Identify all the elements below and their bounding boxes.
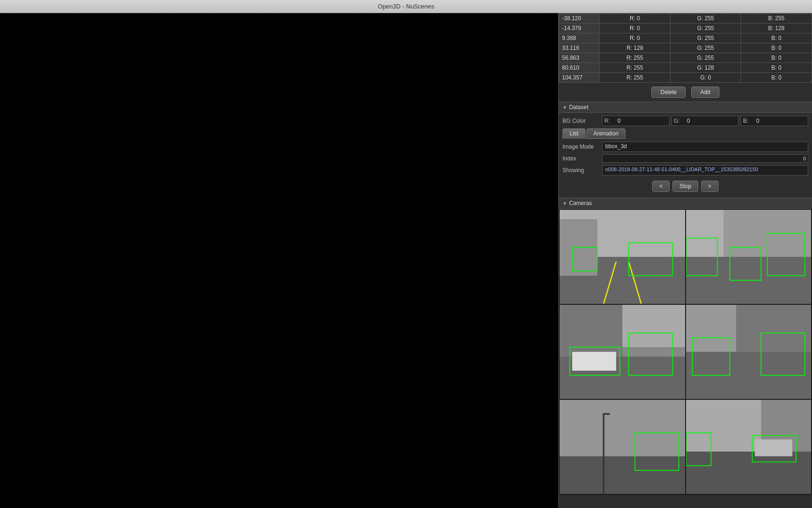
camera-canvas-cam-back-left: [686, 400, 812, 494]
color-value-cell: 9.368: [559, 33, 600, 43]
bg-color-label: BG Color: [562, 118, 600, 124]
color-value-cell: 80.610: [559, 63, 600, 73]
dataset-triangle: ▼: [562, 105, 567, 110]
titlebar: Open3D - NuScenes: [0, 0, 812, 13]
cameras-triangle: ▼: [562, 201, 567, 206]
color-b-cell: B: 0: [741, 53, 812, 63]
color-value-cell: 56.863: [559, 53, 600, 63]
color-b-cell: B: 0: [741, 73, 812, 83]
color-b-cell: B: 0: [741, 43, 812, 53]
bg-r-field[interactable]: R: 0: [602, 116, 670, 126]
color-value-cell: 33.116: [559, 43, 600, 53]
dataset-section: BG Color R: 0 G: 0 B: 0 List Animation: [559, 113, 812, 198]
camera-canvas-cam-front-left: [560, 305, 685, 399]
dataset-label: Dataset: [569, 104, 588, 111]
color-g-cell: G: 255: [670, 43, 741, 53]
camera-canvas-cam-front: [560, 210, 685, 304]
color-table-row: 9.368 R: 0 G: 255 B: 0: [559, 33, 812, 43]
color-value-cell: 104.357: [559, 73, 600, 83]
tab-list[interactable]: List: [562, 128, 586, 139]
bg-g-field[interactable]: G: 0: [671, 116, 739, 126]
camera-view-cam-back-right: [686, 305, 812, 399]
color-r-cell: R: 255: [600, 53, 671, 63]
image-mode-label: Image Mode: [562, 143, 600, 150]
stop-button[interactable]: Stop: [672, 181, 698, 192]
camera-view-cam-front: [560, 210, 685, 304]
index-row: Index 0: [562, 154, 808, 163]
showing-value: n008-2018-08-27-11-48-51-0400__LIDAR_TOP…: [602, 165, 808, 175]
color-r-cell: R: 255: [600, 73, 671, 83]
bg-r-value: 0: [617, 118, 669, 124]
color-g-cell: G: 255: [670, 24, 741, 33]
prev-button[interactable]: <: [652, 181, 670, 192]
cameras-grid: [559, 209, 812, 495]
color-g-cell: G: 128: [670, 63, 741, 73]
camera-canvas-cam-back: [560, 400, 685, 494]
index-slider[interactable]: 0: [602, 154, 808, 163]
camera-view-cam-back: [560, 400, 685, 494]
color-g-cell: G: 255: [670, 53, 741, 63]
color-b-cell: B: 255: [741, 14, 812, 24]
cameras-label: Cameras: [569, 200, 592, 206]
btn-row: Delete Add: [559, 83, 812, 102]
title-text: Open3D - NuScenes: [378, 3, 434, 10]
showing-label: Showing: [562, 167, 600, 174]
dataset-section-header: ▼ Dataset: [559, 102, 812, 113]
color-table-row: 56.863 R: 255 G: 255 B: 0: [559, 53, 812, 63]
index-label: Index: [562, 155, 600, 162]
next-button[interactable]: >: [701, 181, 718, 192]
showing-row: Showing n008-2018-08-27-11-48-51-0400__L…: [562, 165, 808, 175]
3d-viewport[interactable]: [0, 13, 558, 508]
index-value: 0: [803, 156, 806, 161]
color-table-row: 33.116 R: 128 G: 255 B: 0: [559, 43, 812, 53]
bg-g-value: 0: [686, 118, 739, 124]
tabs-row: List Animation: [562, 128, 808, 139]
color-r-cell: R: 0: [600, 14, 671, 24]
right-panel: -38.120 R: 0 G: 255 B: 255 -14.379 R: 0 …: [558, 13, 812, 508]
color-g-cell: G: 0: [670, 73, 741, 83]
bg-color-row: BG Color R: 0 G: 0 B: 0: [562, 116, 808, 126]
color-b-cell: B: 0: [741, 63, 812, 73]
color-b-cell: B: 0: [741, 33, 812, 43]
color-table-row: -38.120 R: 0 G: 255 B: 255: [559, 14, 812, 24]
tab-animation[interactable]: Animation: [586, 128, 625, 139]
camera-canvas-cam-front-right: [686, 210, 812, 304]
color-table-row: -14.379 R: 0 G: 255 B: 128: [559, 24, 812, 33]
camera-canvas-cam-back-right: [686, 305, 812, 399]
color-g-cell: G: 255: [670, 33, 741, 43]
camera-view-cam-front-left: [560, 305, 685, 399]
cameras-section-header: ▼ Cameras: [559, 198, 812, 209]
color-table: -38.120 R: 0 G: 255 B: 255 -14.379 R: 0 …: [559, 13, 812, 83]
color-r-cell: R: 128: [600, 43, 671, 53]
bg-b-value: 0: [755, 118, 808, 124]
image-mode-value[interactable]: bbox_3d: [602, 142, 808, 152]
camera-view-cam-front-right: [686, 210, 812, 304]
color-value-cell: -14.379: [559, 24, 600, 33]
color-table-row: 104.357 R: 255 G: 0 B: 0: [559, 73, 812, 83]
color-r-cell: R: 0: [600, 33, 671, 43]
color-b-cell: B: 128: [741, 24, 812, 33]
bg-b-field[interactable]: B: 0: [741, 116, 808, 126]
color-r-cell: R: 0: [600, 24, 671, 33]
color-value-cell: -38.120: [559, 14, 600, 24]
color-g-cell: G: 255: [670, 14, 741, 24]
delete-button[interactable]: Delete: [651, 87, 686, 98]
color-table-row: 80.610 R: 255 G: 128 B: 0: [559, 63, 812, 73]
pointcloud-canvas: [0, 13, 558, 508]
camera-view-cam-back-left: [686, 400, 812, 494]
image-mode-row: Image Mode bbox_3d: [562, 142, 808, 152]
add-button[interactable]: Add: [691, 87, 719, 98]
nav-row: < Stop >: [562, 178, 808, 195]
color-r-cell: R: 255: [600, 63, 671, 73]
